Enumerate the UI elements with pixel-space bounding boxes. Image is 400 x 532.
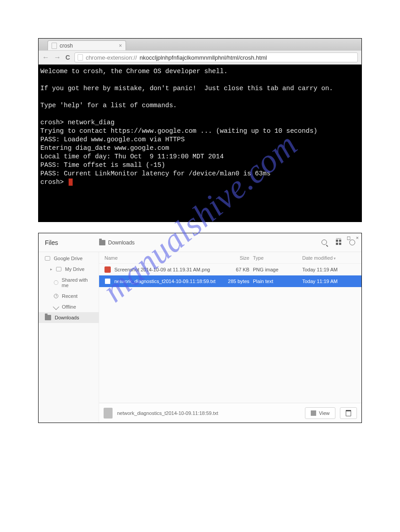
url-scheme: chrome-extension:// bbox=[86, 54, 137, 61]
terminal-line: Trying to contact https://www.google.com… bbox=[40, 127, 317, 135]
tab-title: crosh bbox=[60, 43, 116, 49]
sidebar-label: Google Drive bbox=[54, 256, 83, 261]
delete-button[interactable] bbox=[340, 407, 357, 419]
file-type: PNG image bbox=[253, 267, 302, 272]
page-icon bbox=[78, 54, 83, 61]
back-button[interactable]: ← bbox=[42, 53, 49, 61]
files-header: Files Downloads bbox=[39, 233, 361, 252]
sidebar-label: Recent bbox=[62, 293, 78, 299]
view-icon bbox=[311, 410, 316, 416]
chevron-right-icon: ▸ bbox=[50, 267, 52, 271]
view-button[interactable]: View bbox=[305, 407, 335, 419]
file-name: Screenshot 2014-10-09 at 11.19.31 AM.png bbox=[114, 267, 210, 272]
browser-tab[interactable]: crosh × bbox=[48, 40, 126, 50]
folder-icon bbox=[99, 240, 105, 245]
terminal-line: Local time of day: Thu Oct 9 11:19:00 MD… bbox=[40, 153, 224, 160]
terminal-line: Entering diag_date www.google.com bbox=[40, 144, 169, 152]
sidebar-label: Downloads bbox=[55, 315, 79, 320]
close-tab-icon[interactable]: × bbox=[119, 43, 122, 49]
minimize-button[interactable]: — bbox=[336, 235, 341, 241]
window-controls: — ◻ × bbox=[336, 235, 359, 241]
drive-icon bbox=[45, 256, 50, 261]
browser-window: crosh × ← → C chrome-extension://nkocclj… bbox=[38, 38, 362, 222]
file-date: Today 11:19 AM bbox=[302, 267, 356, 272]
terminal-line: PASS: Loaded www.google.com via HTTPS bbox=[40, 136, 185, 143]
sidebar-label: Shared with me bbox=[62, 277, 94, 288]
status-bar: network_diagnostics_t2014-10-09.11:18:59… bbox=[99, 403, 361, 423]
files-window: — ◻ × Files Downloads Google Drive bbox=[38, 233, 362, 423]
file-thumbnail-icon bbox=[104, 408, 113, 419]
terminal-line: Type 'help' for a list of commands. bbox=[40, 102, 177, 109]
forward-button[interactable]: → bbox=[54, 53, 61, 61]
offline-icon bbox=[53, 304, 59, 310]
file-size: 67 KB bbox=[222, 267, 253, 272]
sidebar: Google Drive ▸ My Drive Shared with me R… bbox=[39, 252, 99, 423]
sidebar-item-recent[interactable]: Recent bbox=[39, 291, 99, 301]
file-size: 285 bytes bbox=[222, 279, 253, 284]
gear-icon[interactable] bbox=[349, 240, 355, 245]
file-row[interactable]: Screenshot 2014-10-09 at 11.19.31 AM.png… bbox=[99, 264, 361, 275]
drive-icon bbox=[56, 267, 61, 271]
breadcrumb[interactable]: Downloads bbox=[99, 240, 322, 246]
file-name: network_diagnostics_t2014-10-09.11:18:59… bbox=[114, 279, 216, 284]
file-listing: Name Size Type Date modified Screenshot … bbox=[99, 252, 361, 423]
folder-icon bbox=[45, 315, 51, 320]
toolbar: ← → C chrome-extension://nkoccljplnhpfnf… bbox=[39, 50, 361, 65]
col-name[interactable]: Name bbox=[104, 255, 222, 261]
close-button[interactable]: × bbox=[356, 235, 359, 241]
col-type[interactable]: Type bbox=[253, 255, 302, 261]
text-file-icon bbox=[104, 278, 111, 284]
col-size[interactable]: Size bbox=[222, 255, 253, 261]
file-type: Plain text bbox=[253, 279, 302, 284]
reload-button[interactable]: C bbox=[65, 54, 70, 61]
terminal-cursor bbox=[69, 179, 73, 186]
sidebar-item-my-drive[interactable]: ▸ My Drive bbox=[39, 264, 99, 275]
url-path: nkoccljplnhpfnfiajclkommnmllphnl/html/cr… bbox=[139, 54, 267, 61]
status-filename: network_diagnostics_t2014-10-09.11:18:59… bbox=[117, 410, 300, 416]
shared-icon bbox=[54, 280, 58, 285]
sidebar-item-downloads[interactable]: Downloads bbox=[39, 312, 99, 323]
page-icon bbox=[52, 43, 57, 49]
image-file-icon bbox=[104, 266, 111, 273]
search-icon[interactable] bbox=[322, 240, 328, 246]
trash-icon bbox=[346, 410, 351, 416]
sidebar-item-shared[interactable]: Shared with me bbox=[39, 275, 99, 291]
terminal-line: Welcome to crosh, the Chrome OS develope… bbox=[40, 68, 228, 75]
tab-strip: crosh × bbox=[39, 39, 361, 50]
sidebar-label: Offline bbox=[62, 304, 76, 310]
terminal-line: PASS: Current LinkMonitor latency for /d… bbox=[40, 170, 270, 177]
terminal-line: If you got here by mistake, don't panic!… bbox=[40, 85, 333, 92]
file-date: Today 11:19 AM bbox=[302, 279, 356, 284]
terminal-line: crosh> network_diag bbox=[40, 119, 114, 126]
clock-icon bbox=[54, 294, 58, 298]
terminal-prompt: crosh> bbox=[40, 179, 68, 186]
col-date[interactable]: Date modified bbox=[302, 255, 356, 261]
sidebar-item-offline[interactable]: Offline bbox=[39, 301, 99, 312]
column-headers: Name Size Type Date modified bbox=[99, 252, 361, 264]
sidebar-label: My Drive bbox=[65, 266, 84, 272]
file-row-selected[interactable]: network_diagnostics_t2014-10-09.11:18:59… bbox=[99, 275, 361, 287]
breadcrumb-label: Downloads bbox=[108, 240, 135, 246]
app-title: Files bbox=[39, 239, 99, 246]
terminal-line: PASS: Time offset is small (-15) bbox=[40, 161, 165, 169]
sidebar-item-google-drive[interactable]: Google Drive bbox=[39, 253, 99, 264]
address-bar[interactable]: chrome-extension://nkoccljplnhpfnfiajclk… bbox=[74, 52, 358, 62]
view-button-label: View bbox=[319, 410, 330, 416]
terminal-output[interactable]: Welcome to crosh, the Chrome OS develope… bbox=[39, 65, 361, 222]
